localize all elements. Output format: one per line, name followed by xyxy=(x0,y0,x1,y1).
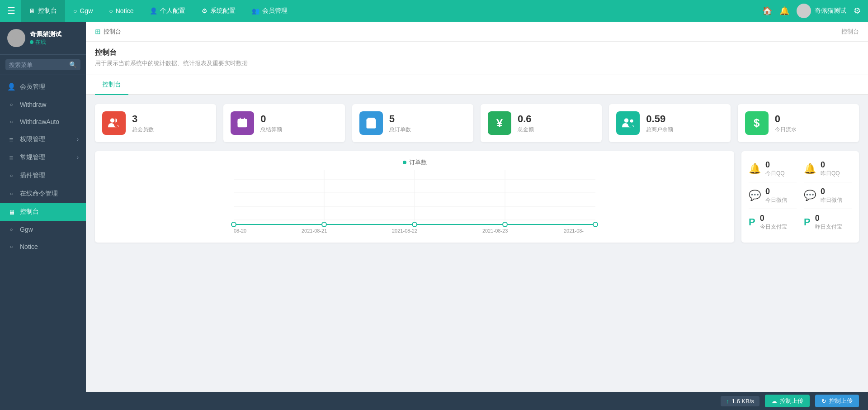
nav-item-dashboard[interactable]: 🖥 控制台 xyxy=(21,0,65,22)
sidebar-item-control-panel[interactable]: 🖥 控制台 xyxy=(0,203,86,221)
sidebar-status-label: 在线 xyxy=(35,38,46,46)
stat-value-members: 3 xyxy=(132,113,154,125)
breadcrumb-bar: ⊞ 控制台 控制台 xyxy=(86,22,868,42)
sidebar-item-regular-mgmt[interactable]: ≡ 常规管理 › xyxy=(0,148,86,167)
online-cmd-icon: ○ xyxy=(7,191,15,196)
regular-mgmt-icon: ≡ xyxy=(7,154,15,162)
side-stat-today-qq: 🔔 0 今日QQ xyxy=(749,156,797,182)
nav-item-profile[interactable]: 👤 个人配置 xyxy=(142,0,193,22)
sidebar-item-label-withdraw-auto: WithdrawAuto xyxy=(20,118,79,125)
nav-label-dashboard: 控制台 xyxy=(38,7,57,15)
side-stat-label-today-qq: 今日QQ xyxy=(765,170,785,177)
sidebar-item-label-regular-mgmt: 常规管理 xyxy=(20,153,72,162)
bottom-bar: ↑ 1.6 KB/s ☁ 控制上传 ↻ 控制上传 xyxy=(86,392,868,410)
breadcrumb-item: 控制台 xyxy=(104,28,121,36)
sidebar-item-perm-mgmt[interactable]: ≡ 权限管理 › xyxy=(0,130,86,148)
svg-point-2 xyxy=(12,32,20,40)
sidebar-user-section: 奇佩猫测试 在线 xyxy=(0,22,86,55)
sidebar-status: 在线 xyxy=(30,38,61,46)
stats-row: 3 总会员数 0 总结算额 xyxy=(95,104,859,142)
stat-card-total-members: 3 总会员数 xyxy=(95,104,216,142)
speed-badge[interactable]: ↑ 1.6 KB/s xyxy=(721,396,760,406)
side-stat-row-wechat: 💬 0 今日微信 💬 0 昨日微信 xyxy=(749,182,852,209)
nav-item-notice[interactable]: ○ Notice xyxy=(101,0,142,22)
nav-label-sysconfig: 系统配置 xyxy=(210,7,236,15)
sidebar: 奇佩猫测试 在线 🔍 👤 会员管理 ○ Withdraw xyxy=(0,22,86,410)
stat-icon-orders xyxy=(359,111,383,135)
home-button[interactable]: 🏠 xyxy=(762,6,772,16)
chart-row: 订单数 xyxy=(95,151,859,243)
svg-text:2021-08-22: 2021-08-22 xyxy=(392,228,417,234)
nav-item-sysconfig[interactable]: ⚙ 系统配置 xyxy=(193,0,244,22)
side-stat-label-yesterday-wechat: 昨日微信 xyxy=(821,196,842,204)
sidebar-item-label-notice: Notice xyxy=(20,243,79,250)
qq-icon-today: 🔔 xyxy=(749,163,761,175)
plugin-mgmt-icon: ○ xyxy=(7,173,15,178)
stat-info-balance: 0 总结算额 xyxy=(260,113,282,133)
stat-card-total-orders: 5 总订单数 xyxy=(352,104,473,142)
bell-button[interactable]: 🔔 xyxy=(779,6,789,16)
user-info-top[interactable]: 奇佩猫测试 xyxy=(797,4,846,18)
withdraw-auto-icon: ○ xyxy=(7,119,15,124)
side-stat-label-today-wechat: 今日微信 xyxy=(765,196,787,204)
sidebar-item-withdraw-auto[interactable]: ○ WithdrawAuto xyxy=(0,113,86,130)
nav-item-members[interactable]: 👥 会员管理 xyxy=(244,0,296,22)
search-icon-button[interactable]: 🔍 xyxy=(69,61,77,68)
side-stat-info-today-qq: 0 今日QQ xyxy=(765,160,785,177)
breadcrumb-home-icon: ⊞ xyxy=(95,28,101,36)
stat-info-user-balance: 0.59 总商户余额 xyxy=(646,113,673,133)
sidebar-item-notice[interactable]: ○ Notice xyxy=(0,238,86,255)
sidebar-item-member-mgmt[interactable]: 👤 会员管理 xyxy=(0,78,86,96)
control-panel-icon: 🖥 xyxy=(7,208,15,216)
dashboard-content: 3 总会员数 0 总结算额 xyxy=(86,95,868,392)
tab-dashboard[interactable]: 控制台 xyxy=(95,75,128,95)
stat-icon-balance xyxy=(231,111,254,135)
withdraw-icon: ○ xyxy=(7,102,15,107)
side-stat-value-today-alipay: 0 xyxy=(760,214,787,223)
stat-label-today-flow: 今日流水 xyxy=(775,126,797,133)
stat-label-user-balance: 总商户余额 xyxy=(646,126,673,133)
regular-mgmt-arrow: › xyxy=(77,154,79,161)
svg-point-3 xyxy=(9,41,24,47)
side-stat-value-yesterday-wechat: 0 xyxy=(821,187,842,196)
upload-control-button-1[interactable]: ☁ 控制上传 xyxy=(765,395,810,407)
hamburger-button[interactable]: ☰ xyxy=(7,5,15,16)
sidebar-item-label-plugin-mgmt: 插件管理 xyxy=(20,172,79,180)
upload-control-button-2[interactable]: ↻ 控制上传 xyxy=(815,395,859,407)
svg-point-11 xyxy=(630,119,633,123)
side-stat-label-yesterday-qq: 昨日QQ xyxy=(821,170,840,177)
sidebar-item-label-perm-mgmt: 权限管理 xyxy=(20,135,72,143)
svg-point-23 xyxy=(593,222,598,227)
chart-legend-label: 订单数 xyxy=(409,158,427,167)
wechat-icon-today: 💬 xyxy=(749,190,761,201)
sidebar-item-plugin-mgmt[interactable]: ○ 插件管理 xyxy=(0,167,86,185)
nav-label-notice: Notice xyxy=(116,7,134,14)
nav-item-ggw[interactable]: ○ Ggw xyxy=(65,0,101,22)
side-stat-info-yesterday-alipay: 0 昨日支付宝 xyxy=(815,214,842,231)
svg-point-19 xyxy=(231,222,236,227)
nav-left: ☰ 🖥 控制台 ○ Ggw ○ Notice 👤 个人配置 ⚙ 系统配置 xyxy=(7,0,296,22)
svg-text:2021-08-: 2021-08- xyxy=(564,228,584,234)
nav-label-profile: 个人配置 xyxy=(160,7,185,15)
svg-text:2021-08-23: 2021-08-23 xyxy=(482,228,508,234)
search-input[interactable] xyxy=(9,62,69,68)
settings-top-button[interactable]: ⚙ xyxy=(854,6,861,16)
main-layout: 奇佩猫测试 在线 🔍 👤 会员管理 ○ Withdraw xyxy=(0,22,868,410)
page-title: 控制台 xyxy=(95,48,859,57)
breadcrumb-right: 控制台 xyxy=(841,28,859,36)
sidebar-user-info: 奇佩猫测试 在线 xyxy=(30,30,61,46)
nav-right: 🏠 🔔 奇佩猫测试 ⚙ xyxy=(762,4,861,18)
side-stat-row-alipay: P 0 今日支付宝 P 0 昨日支付宝 xyxy=(749,209,852,235)
nav-menu: 🖥 控制台 ○ Ggw ○ Notice 👤 个人配置 ⚙ 系统配置 👥 会员 xyxy=(21,0,296,22)
svg-point-21 xyxy=(412,222,417,227)
sidebar-search-inner: 🔍 xyxy=(5,59,80,70)
svg-point-1 xyxy=(798,13,809,18)
side-stat-yesterday-qq: 🔔 0 昨日QQ xyxy=(804,156,852,182)
side-stat-info-yesterday-qq: 0 昨日QQ xyxy=(821,160,840,177)
sidebar-item-withdraw[interactable]: ○ Withdraw xyxy=(0,96,86,113)
sidebar-item-online-cmd[interactable]: ○ 在线命令管理 xyxy=(0,185,86,203)
sidebar-item-ggw[interactable]: ○ Ggw xyxy=(0,221,86,238)
wechat-icon-yesterday: 💬 xyxy=(804,190,816,201)
sidebar-item-label-control-panel: 控制台 xyxy=(20,208,79,216)
stat-label-members: 总会员数 xyxy=(132,126,154,133)
